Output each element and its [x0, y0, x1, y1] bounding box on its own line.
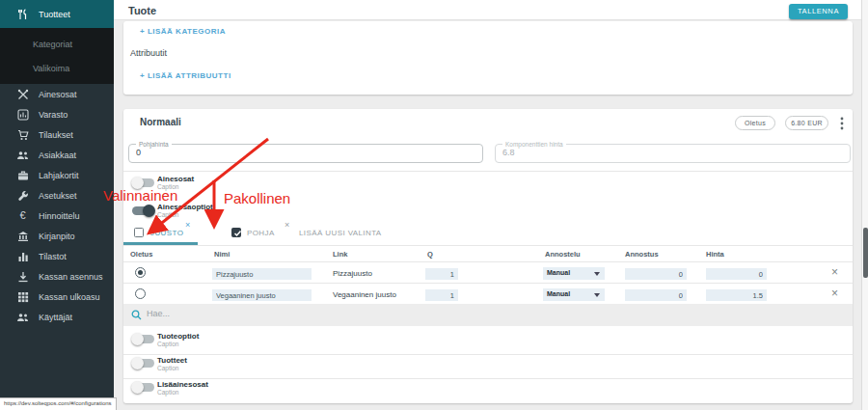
default-radio[interactable]	[135, 288, 146, 299]
tuotteet-toggle[interactable]	[132, 359, 154, 368]
toggle-label: Ainesosat	[157, 175, 194, 183]
toggle-label: Tuotteet	[157, 356, 187, 365]
sidebar-item-label: Kassan asennus	[39, 272, 103, 282]
toggle-caption: Caption	[157, 389, 178, 396]
sidebar-item-kategoriat[interactable]: Kategoriat	[0, 32, 114, 56]
lisaainesosat-toggle[interactable]	[132, 383, 154, 392]
sidebar-item-label: Käyttäjät	[39, 313, 72, 322]
default-radio[interactable]	[135, 267, 146, 278]
sidebar-item-asiakkaat[interactable]: Asiakkaat	[0, 145, 114, 165]
pohja-checkbox[interactable]	[231, 228, 241, 237]
euro-icon: €	[16, 209, 29, 222]
link-cell: Vegaaninen juusto	[333, 290, 396, 299]
base-price-input[interactable]	[136, 148, 436, 157]
component-price-field: Komponenttien hinta	[495, 144, 851, 163]
sidebar-item-kassan-asennus[interactable]: Kassan asennus	[0, 266, 114, 287]
giftcard-icon	[16, 169, 29, 181]
base-price-field: Pohjahinta	[128, 144, 483, 163]
toggle-label: Tuoteoptiot	[157, 332, 199, 341]
name-input[interactable]	[212, 289, 312, 301]
grid-icon	[16, 290, 29, 303]
add-attribute-link[interactable]: + LISÄÄ ATTRIBUUTTI	[140, 71, 231, 80]
scrollbar-thumb[interactable]	[863, 228, 868, 278]
quantity-input[interactable]	[425, 268, 458, 280]
component-price-input[interactable]	[502, 148, 803, 157]
toggle-caption: Caption	[157, 183, 178, 190]
save-button[interactable]: TALLENNA	[789, 4, 848, 19]
price-pill-button[interactable]: 6.80 EUR	[785, 116, 828, 130]
add-new-option-link[interactable]: LISÄÄ UUSI VALINTA	[299, 229, 382, 237]
search-input[interactable]	[147, 309, 436, 318]
cart-icon	[16, 128, 29, 141]
tuoteoptiot-toggle[interactable]	[132, 335, 154, 343]
chevron-down-icon	[594, 293, 600, 297]
close-tab-icon[interactable]: ×	[185, 221, 190, 230]
price-input[interactable]	[706, 289, 767, 301]
delete-row-icon[interactable]: ×	[831, 288, 838, 298]
delete-row-icon[interactable]: ×	[831, 267, 838, 277]
sidebar-item-ainesosat[interactable]: Ainesosat	[0, 84, 114, 104]
default-pill-button[interactable]: Oletus	[735, 116, 775, 130]
sidebar-item-label: Kategoriat	[33, 40, 72, 49]
more-menu-icon[interactable]	[840, 117, 844, 134]
ainesosaoptiot-toggle[interactable]	[132, 206, 154, 215]
sidebar-item-label: Lahjakortit	[39, 171, 79, 180]
download-icon	[16, 270, 29, 283]
sidebar-item-kayttajat[interactable]: Käyttäjät	[0, 307, 114, 327]
status-url: https://dev.solteqpos.com/#/configuratio…	[0, 397, 117, 410]
toggle-caption: Caption	[157, 341, 178, 347]
sidebar-item-asetukset[interactable]: Asetukset	[0, 185, 114, 205]
tab-pohja[interactable]: POHJA	[247, 229, 275, 237]
search-row	[123, 304, 853, 326]
sidebar-item-lahjakortit[interactable]: Lahjakortit	[0, 165, 114, 185]
col-header-nimi: Nimi	[214, 250, 230, 259]
sidebar-item-label: Asetukset	[39, 191, 77, 201]
tab-juusto[interactable]: JUUSTO	[150, 229, 183, 237]
price-input[interactable]	[706, 268, 767, 280]
sidebar: Tuotteet Kategoriat Valikoima Ainesosat …	[0, 0, 114, 410]
sidebar-item-label: Varasto	[39, 110, 68, 120]
dose-input[interactable]	[625, 289, 687, 301]
sidebar-item-valikoima[interactable]: Valikoima	[0, 56, 114, 80]
sidebar-item-label: Ainesosat	[39, 90, 77, 99]
col-header-link: Link	[333, 250, 347, 259]
sidebar-item-tuotteet[interactable]: Tuotteet	[0, 0, 114, 28]
link-cell: Pizzajuusto	[333, 269, 372, 278]
divider	[123, 245, 853, 246]
name-input[interactable]	[212, 268, 312, 280]
juusto-checkbox[interactable]	[134, 228, 144, 237]
sidebar-item-hinnoittelu[interactable]: € Hinnoittelu	[0, 205, 114, 226]
sidebar-item-varasto[interactable]: Varasto	[0, 104, 114, 124]
close-tab-icon[interactable]: ×	[285, 221, 289, 230]
ingredients-icon	[16, 88, 29, 100]
wrench-icon	[16, 189, 29, 202]
dosing-select[interactable]: Manual	[543, 288, 605, 301]
sidebar-item-label: Valikoima	[33, 64, 69, 73]
dosing-select[interactable]: Manual	[543, 267, 605, 280]
customers-icon	[16, 149, 29, 161]
sidebar-item-kassan-ulkoasu[interactable]: Kassan ulkoasu	[0, 287, 114, 307]
sidebar-item-tilaukset[interactable]: Tilaukset	[0, 124, 114, 145]
sidebar-item-tilastot[interactable]: Tilastot	[0, 246, 114, 266]
bar-chart-icon	[16, 250, 29, 262]
check-icon	[234, 232, 240, 236]
sidebar-submenu: Kategoriat Valikoima	[0, 28, 114, 84]
add-category-link[interactable]: + LISÄÄ KATEGORIA	[140, 27, 226, 36]
top-bar: Tuote TALLENNA	[114, 0, 861, 20]
sidebar-item-label: Tilaukset	[39, 130, 73, 140]
sidebar-item-label: Hinnoittelu	[39, 211, 80, 221]
col-header-annostelu: Annostelu	[545, 250, 581, 259]
inventory-icon	[16, 108, 29, 121]
ainesosat-toggle[interactable]	[132, 178, 154, 187]
sidebar-item-label: Kassan ulkoasu	[39, 292, 100, 302]
vertical-scrollbar[interactable]	[861, 0, 868, 410]
sidebar-item-label: Tuotteet	[39, 10, 70, 19]
bank-icon	[16, 230, 29, 242]
page-title: Tuote	[128, 5, 156, 16]
dose-input[interactable]	[625, 268, 687, 280]
product-form-card: + LISÄÄ KATEGORIA Attribuutit + LISÄÄ AT…	[123, 21, 853, 95]
quantity-input[interactable]	[425, 289, 458, 301]
sidebar-item-label: Kirjanpito	[39, 232, 75, 241]
sidebar-item-kirjanpito[interactable]: Kirjanpito	[0, 226, 114, 246]
restaurant-icon	[16, 8, 29, 20]
